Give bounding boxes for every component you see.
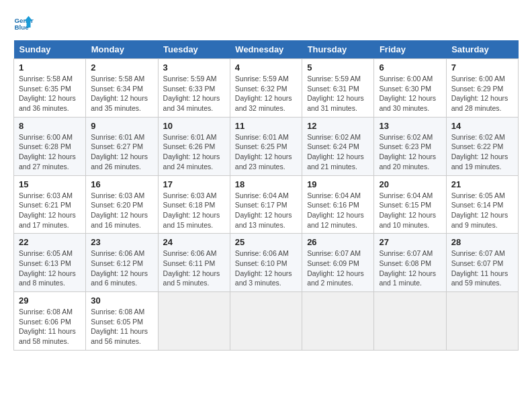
day-info: Sunrise: 6:00 AM Sunset: 6:30 PM Dayligh… — [379, 74, 441, 113]
calendar-cell: 22Sunrise: 6:05 AM Sunset: 6:13 PM Dayli… — [14, 234, 86, 292]
calendar-cell: 12Sunrise: 6:02 AM Sunset: 6:24 PM Dayli… — [302, 117, 374, 175]
day-info: Sunrise: 5:59 AM Sunset: 6:33 PM Dayligh… — [163, 74, 225, 113]
calendar-cell: 26Sunrise: 6:07 AM Sunset: 6:09 PM Dayli… — [302, 234, 374, 292]
page-header: General Blue — [13, 13, 519, 34]
day-info: Sunrise: 6:04 AM Sunset: 6:17 PM Dayligh… — [235, 191, 297, 230]
day-info: Sunrise: 5:58 AM Sunset: 6:35 PM Dayligh… — [19, 74, 81, 113]
calendar-cell: 19Sunrise: 6:04 AM Sunset: 6:16 PM Dayli… — [302, 175, 374, 234]
calendar-cell — [446, 292, 518, 351]
day-info: Sunrise: 6:06 AM Sunset: 6:10 PM Dayligh… — [235, 248, 297, 288]
day-number: 1 — [19, 62, 81, 73]
day-info: Sunrise: 6:03 AM Sunset: 6:21 PM Dayligh… — [19, 191, 81, 230]
day-number: 21 — [451, 179, 513, 189]
calendar-cell: 8Sunrise: 6:00 AM Sunset: 6:28 PM Daylig… — [14, 117, 86, 175]
logo: General Blue — [13, 13, 36, 34]
calendar-cell: 13Sunrise: 6:02 AM Sunset: 6:23 PM Dayli… — [374, 117, 446, 175]
logo-icon: General Blue — [13, 13, 34, 34]
day-info: Sunrise: 6:06 AM Sunset: 6:12 PM Dayligh… — [91, 248, 152, 288]
day-number: 28 — [451, 237, 513, 247]
calendar-cell — [158, 292, 230, 351]
calendar-table: SundayMondayTuesdayWednesdayThursdayFrid… — [13, 40, 519, 351]
calendar-cell: 28Sunrise: 6:07 AM Sunset: 6:07 PM Dayli… — [446, 234, 518, 292]
day-number: 23 — [91, 237, 152, 247]
calendar-cell: 18Sunrise: 6:04 AM Sunset: 6:17 PM Dayli… — [230, 175, 302, 234]
day-info: Sunrise: 6:03 AM Sunset: 6:20 PM Dayligh… — [91, 191, 152, 230]
calendar-cell: 27Sunrise: 6:07 AM Sunset: 6:08 PM Dayli… — [374, 234, 446, 292]
calendar-cell: 25Sunrise: 6:06 AM Sunset: 6:10 PM Dayli… — [230, 234, 302, 292]
day-number: 2 — [91, 62, 152, 73]
day-info: Sunrise: 5:59 AM Sunset: 6:32 PM Dayligh… — [235, 74, 297, 113]
day-number: 26 — [307, 237, 369, 247]
day-number: 9 — [91, 121, 152, 131]
day-number: 18 — [235, 179, 297, 189]
calendar-cell: 23Sunrise: 6:06 AM Sunset: 6:12 PM Dayli… — [86, 234, 158, 292]
calendar-cell: 14Sunrise: 6:02 AM Sunset: 6:22 PM Dayli… — [446, 117, 518, 175]
calendar-cell: 6Sunrise: 6:00 AM Sunset: 6:30 PM Daylig… — [374, 59, 446, 118]
day-number: 24 — [163, 237, 225, 247]
calendar-cell: 9Sunrise: 6:01 AM Sunset: 6:27 PM Daylig… — [86, 117, 158, 175]
calendar-cell: 16Sunrise: 6:03 AM Sunset: 6:20 PM Dayli… — [86, 175, 158, 234]
day-header-monday: Monday — [86, 40, 158, 59]
calendar-week-5: 29Sunrise: 6:08 AM Sunset: 6:06 PM Dayli… — [14, 292, 519, 351]
day-number: 17 — [163, 179, 225, 189]
day-header-tuesday: Tuesday — [158, 40, 230, 59]
day-number: 12 — [307, 121, 369, 131]
day-header-friday: Friday — [374, 40, 446, 59]
calendar-cell: 21Sunrise: 6:05 AM Sunset: 6:14 PM Dayli… — [446, 175, 518, 234]
day-number: 14 — [451, 121, 513, 131]
calendar-cell: 3Sunrise: 5:59 AM Sunset: 6:33 PM Daylig… — [158, 59, 230, 118]
day-number: 29 — [19, 295, 81, 306]
day-number: 7 — [451, 62, 513, 73]
calendar-cell: 10Sunrise: 6:01 AM Sunset: 6:26 PM Dayli… — [158, 117, 230, 175]
calendar-cell: 20Sunrise: 6:04 AM Sunset: 6:15 PM Dayli… — [374, 175, 446, 234]
calendar-cell: 29Sunrise: 6:08 AM Sunset: 6:06 PM Dayli… — [14, 292, 86, 351]
day-number: 20 — [379, 179, 441, 189]
day-info: Sunrise: 6:00 AM Sunset: 6:28 PM Dayligh… — [19, 132, 81, 172]
calendar-cell: 30Sunrise: 6:08 AM Sunset: 6:05 PM Dayli… — [86, 292, 158, 351]
day-header-thursday: Thursday — [302, 40, 374, 59]
day-info: Sunrise: 6:01 AM Sunset: 6:27 PM Dayligh… — [91, 132, 152, 172]
calendar-cell: 17Sunrise: 6:03 AM Sunset: 6:18 PM Dayli… — [158, 175, 230, 234]
calendar-cell: 2Sunrise: 5:58 AM Sunset: 6:34 PM Daylig… — [86, 59, 158, 118]
day-info: Sunrise: 5:58 AM Sunset: 6:34 PM Dayligh… — [91, 74, 152, 113]
day-header-saturday: Saturday — [446, 40, 518, 59]
day-info: Sunrise: 6:04 AM Sunset: 6:15 PM Dayligh… — [379, 191, 441, 230]
day-number: 5 — [307, 62, 369, 73]
day-number: 25 — [235, 237, 297, 247]
day-header-sunday: Sunday — [14, 40, 86, 59]
calendar-header-row: SundayMondayTuesdayWednesdayThursdayFrid… — [14, 40, 519, 59]
day-number: 10 — [163, 121, 225, 131]
day-info: Sunrise: 6:07 AM Sunset: 6:08 PM Dayligh… — [379, 248, 441, 288]
calendar-cell: 11Sunrise: 6:01 AM Sunset: 6:25 PM Dayli… — [230, 117, 302, 175]
day-info: Sunrise: 6:07 AM Sunset: 6:07 PM Dayligh… — [451, 248, 513, 288]
day-info: Sunrise: 6:00 AM Sunset: 6:29 PM Dayligh… — [451, 74, 513, 113]
day-number: 19 — [307, 179, 369, 189]
day-number: 13 — [379, 121, 441, 131]
day-header-wednesday: Wednesday — [230, 40, 302, 59]
day-number: 30 — [91, 295, 152, 306]
calendar-cell — [230, 292, 302, 351]
calendar-week-1: 1Sunrise: 5:58 AM Sunset: 6:35 PM Daylig… — [14, 59, 519, 118]
day-number: 15 — [19, 179, 81, 189]
calendar-cell: 7Sunrise: 6:00 AM Sunset: 6:29 PM Daylig… — [446, 59, 518, 118]
day-number: 27 — [379, 237, 441, 247]
day-number: 22 — [19, 237, 81, 247]
day-number: 11 — [235, 121, 297, 131]
day-info: Sunrise: 6:01 AM Sunset: 6:26 PM Dayligh… — [163, 132, 225, 172]
day-info: Sunrise: 6:08 AM Sunset: 6:06 PM Dayligh… — [19, 307, 81, 347]
day-info: Sunrise: 6:05 AM Sunset: 6:13 PM Dayligh… — [19, 248, 81, 288]
calendar-cell: 15Sunrise: 6:03 AM Sunset: 6:21 PM Dayli… — [14, 175, 86, 234]
day-number: 4 — [235, 62, 297, 73]
calendar-cell — [374, 292, 446, 351]
calendar-cell: 24Sunrise: 6:06 AM Sunset: 6:11 PM Dayli… — [158, 234, 230, 292]
day-info: Sunrise: 5:59 AM Sunset: 6:31 PM Dayligh… — [307, 74, 369, 113]
calendar-week-4: 22Sunrise: 6:05 AM Sunset: 6:13 PM Dayli… — [14, 234, 519, 292]
calendar-cell — [302, 292, 374, 351]
calendar-cell: 4Sunrise: 5:59 AM Sunset: 6:32 PM Daylig… — [230, 59, 302, 118]
day-number: 16 — [91, 179, 152, 189]
day-info: Sunrise: 6:02 AM Sunset: 6:22 PM Dayligh… — [451, 132, 513, 172]
day-number: 6 — [379, 62, 441, 73]
day-info: Sunrise: 6:08 AM Sunset: 6:05 PM Dayligh… — [91, 307, 152, 347]
day-info: Sunrise: 6:01 AM Sunset: 6:25 PM Dayligh… — [235, 132, 297, 172]
day-info: Sunrise: 6:07 AM Sunset: 6:09 PM Dayligh… — [307, 248, 369, 288]
